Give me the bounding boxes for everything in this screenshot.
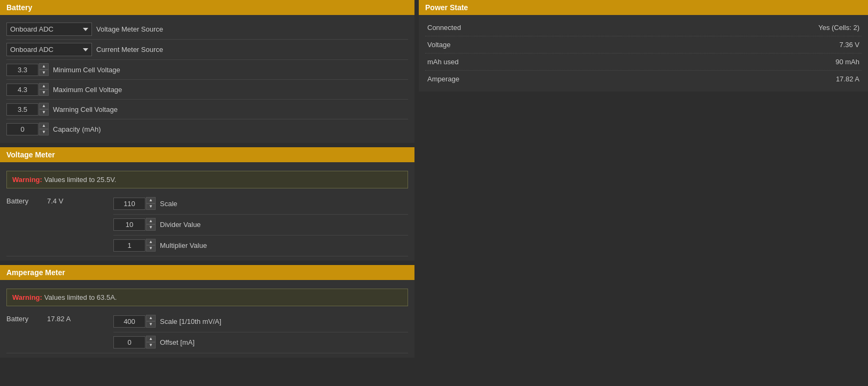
voltage-divider-input[interactable] <box>113 218 145 231</box>
max-cell-voltage-down[interactable]: ▼ <box>39 89 49 96</box>
amperage-scale-up[interactable]: ▲ <box>146 315 156 321</box>
max-cell-voltage-spinner[interactable]: ▲ ▼ <box>6 83 49 96</box>
warning-cell-voltage-input[interactable] <box>6 103 39 116</box>
voltage-multiplier-up[interactable]: ▲ <box>146 239 156 245</box>
voltage-divider-label: Divider Value <box>160 221 201 229</box>
min-cell-voltage-spinner[interactable]: ▲ ▼ <box>6 63 49 76</box>
amperage-scale-label: Scale [1/10th mV/A] <box>160 317 221 326</box>
min-cell-voltage-input[interactable] <box>6 64 39 76</box>
warning-cell-voltage-label: Warning Cell Voltage <box>53 105 118 113</box>
voltage-warning-text: Values limited to 25.5V. <box>44 176 116 184</box>
amperage-offset-spinner[interactable]: ▲ ▼ <box>113 336 156 349</box>
warning-cell-voltage-up[interactable]: ▲ <box>39 103 49 109</box>
voltage-meter-source-label: Voltage Meter Source <box>96 25 163 33</box>
power-state-header: Power State <box>419 0 868 15</box>
max-cell-voltage-input[interactable] <box>6 84 39 96</box>
amperage-offset-up[interactable]: ▲ <box>146 336 156 342</box>
connected-label: Connected <box>427 24 818 32</box>
amperage-offset-label: Offset [mA] <box>160 338 195 346</box>
voltage-scale-down[interactable]: ▼ <box>146 203 156 210</box>
power-state-mah-row: mAh used 90 mAh <box>425 54 862 71</box>
voltage-multiplier-down[interactable]: ▼ <box>146 245 156 252</box>
capacity-up[interactable]: ▲ <box>39 123 49 129</box>
amperage-scale-down[interactable]: ▼ <box>146 321 156 328</box>
voltage-meter-source-dropdown[interactable]: Onboard ADC ESC None <box>6 22 92 36</box>
voltage-meter-header: Voltage Meter <box>0 147 414 162</box>
voltage-multiplier-spinner[interactable]: ▲ ▼ <box>113 239 156 252</box>
amperage-scale-input[interactable] <box>113 315 145 328</box>
max-cell-voltage-up[interactable]: ▲ <box>39 83 49 89</box>
voltage-scale-up[interactable]: ▲ <box>146 197 156 203</box>
amperage-scale-spinner[interactable]: ▲ ▼ <box>113 315 156 328</box>
voltage-divider-up[interactable]: ▲ <box>146 218 156 224</box>
voltage-warning-label: Warning: <box>12 176 42 184</box>
connected-value: Yes (Cells: 2) <box>818 24 859 32</box>
voltage-multiplier-label: Multiplier Value <box>160 241 207 249</box>
current-meter-source-label: Current Meter Source <box>96 46 163 54</box>
capacity-input[interactable] <box>6 123 39 135</box>
ps-voltage-value: 7.36 V <box>839 41 859 49</box>
voltage-warning-box: Warning: Values limited to 25.5V. <box>6 171 408 188</box>
voltage-scale-label: Scale <box>160 200 178 208</box>
min-cell-voltage-up[interactable]: ▲ <box>39 63 49 70</box>
mah-used-label: mAh used <box>427 58 835 66</box>
min-cell-voltage-down[interactable]: ▼ <box>39 70 49 76</box>
current-meter-source-dropdown[interactable]: Onboard ADC ESC None <box>6 43 92 56</box>
capacity-down[interactable]: ▼ <box>39 129 49 135</box>
ps-voltage-label: Voltage <box>427 41 839 49</box>
voltage-scale-input[interactable] <box>113 198 145 210</box>
voltage-divider-spinner[interactable]: ▲ ▼ <box>113 218 156 231</box>
power-state-voltage-row: Voltage 7.36 V <box>425 36 862 54</box>
voltage-scale-spinner[interactable]: ▲ ▼ <box>113 197 156 210</box>
amperage-offset-down[interactable]: ▼ <box>146 342 156 349</box>
warning-cell-voltage-down[interactable]: ▼ <box>39 109 49 116</box>
power-state-connected-row: Connected Yes (Cells: 2) <box>425 19 862 36</box>
max-cell-voltage-label: Maximum Cell Voltage <box>53 86 122 94</box>
voltage-divider-down[interactable]: ▼ <box>146 224 156 231</box>
amperage-offset-input[interactable] <box>113 336 145 349</box>
amperage-battery-value: 17.82 A <box>47 315 71 323</box>
voltage-battery-label: Battery <box>6 197 39 205</box>
amperage-meter-header: Amperage Meter <box>0 265 414 280</box>
voltage-multiplier-input[interactable] <box>113 239 145 252</box>
voltage-battery-value: 7.4 V <box>47 197 63 205</box>
amperage-warning-text: Values limited to 63.5A. <box>44 293 117 301</box>
ps-amperage-value: 17.82 A <box>836 75 859 83</box>
min-cell-voltage-label: Minimum Cell Voltage <box>53 66 120 74</box>
amperage-warning-label: Warning: <box>12 293 42 301</box>
ps-amperage-label: Amperage <box>427 75 836 83</box>
capacity-spinner[interactable]: ▲ ▼ <box>6 123 49 135</box>
amperage-warning-box: Warning: Values limited to 63.5A. <box>6 289 408 306</box>
power-state-amperage-row: Amperage 17.82 A <box>425 71 862 87</box>
amperage-battery-label: Battery <box>6 315 39 323</box>
battery-header: Battery <box>0 0 414 15</box>
mah-used-value: 90 mAh <box>835 58 859 66</box>
warning-cell-voltage-spinner[interactable]: ▲ ▼ <box>6 103 49 116</box>
capacity-label: Capacity (mAh) <box>53 125 101 133</box>
